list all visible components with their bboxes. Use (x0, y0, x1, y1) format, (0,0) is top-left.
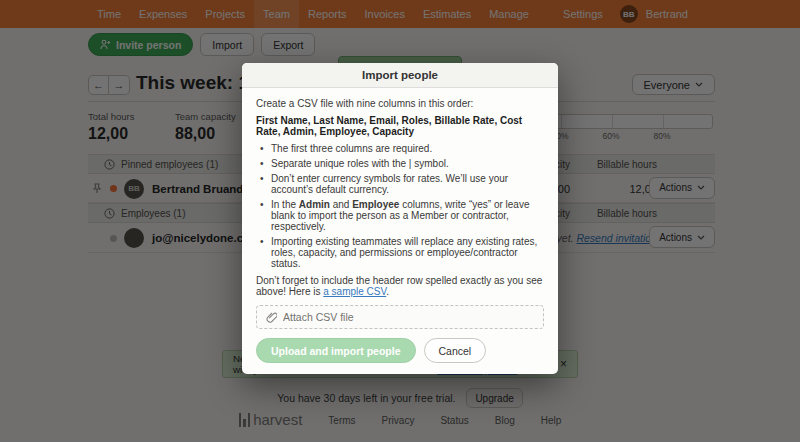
upload-and-import-button[interactable]: Upload and import people (256, 338, 416, 363)
import-people-modal: Import people Create a CSV file with nin… (242, 63, 558, 374)
paperclip-icon (266, 311, 277, 323)
instruction-item: Don’t enter currency symbols for rates. … (256, 173, 544, 195)
sample-csv-link[interactable]: a sample CSV (323, 286, 386, 297)
instruction-text: and (330, 199, 352, 210)
instruction-item: Importing existing teammates will replac… (256, 236, 544, 269)
attach-csv-label: Attach CSV file (283, 312, 354, 323)
app-window: Time Expenses Projects Team Reports Invo… (0, 0, 800, 442)
instruction-item: The first three columns are required. (256, 143, 544, 154)
instruction-item: In the Admin and Employee columns, write… (256, 199, 544, 232)
instruction-text: In the (271, 199, 299, 210)
employee-keyword: Employee (352, 199, 399, 210)
instructions-list: The first three columns are required. Se… (256, 143, 544, 269)
modal-intro: Create a CSV file with nine columns in t… (256, 98, 544, 109)
modal-actions: Upload and import people Cancel (256, 338, 544, 363)
footnote-text: Don’t forget to include the header row s… (256, 275, 542, 297)
attach-csv-file-input[interactable]: Attach CSV file (256, 305, 544, 329)
modal-footnote: Don’t forget to include the header row s… (256, 275, 544, 297)
instruction-item: Separate unique roles with the | symbol. (256, 158, 544, 169)
modal-body: Create a CSV file with nine columns in t… (242, 88, 558, 374)
csv-columns-list: First Name, Last Name, Email, Roles, Bil… (256, 115, 544, 137)
footnote-text: . (386, 286, 389, 297)
admin-keyword: Admin (299, 199, 330, 210)
modal-title: Import people (242, 63, 558, 88)
cancel-button[interactable]: Cancel (424, 338, 487, 363)
